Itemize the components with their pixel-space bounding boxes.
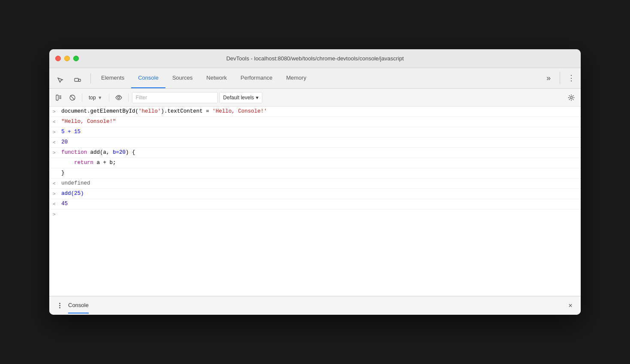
console-line-content: 45 [61,200,581,208]
console-input[interactable] [61,212,581,218]
bottom-drawer: Console × [49,296,581,315]
multiline-arrow [53,169,61,177]
console-line-content: "Hello, Console!" [61,118,581,125]
console-settings-button[interactable] [565,92,577,104]
console-line: > 5 + 15 [49,127,581,137]
live-expressions-button[interactable] [113,92,125,104]
tabs-row: Elements Console Sources Network Perform… [49,68,581,89]
traffic-lights [55,56,79,61]
console-input-line[interactable]: > [49,209,581,219]
svg-line-7 [70,95,75,100]
tab-memory[interactable]: Memory [279,68,313,88]
console-line-content: return a + b; [61,159,581,167]
console-line-content: undefined [61,179,581,187]
console-line-content: 5 + 15 [61,128,581,136]
title-bar: DevTools - localhost:8080/web/tools/chro… [49,49,581,68]
input-arrow: > [53,107,61,116]
input-arrow: > [53,190,61,198]
close-button[interactable] [55,56,61,61]
tab-performance[interactable]: Performance [234,68,279,88]
drawer-close-button[interactable]: × [565,301,576,311]
tab-sources[interactable]: Sources [165,68,200,88]
multiline-arrow: > [53,149,61,157]
tab-network[interactable]: Network [200,68,234,88]
console-line-content: 20 [61,138,581,146]
svg-rect-0 [75,78,78,81]
clear-console-button[interactable] [53,92,65,104]
console-multiline: return a + b; [49,158,581,168]
tab-console[interactable]: Console [131,68,165,88]
svg-point-8 [117,96,120,98]
drawer-menu-button[interactable] [54,301,65,311]
console-multiline: > function add(a, b=20) { [49,148,581,158]
console-line: > add(25) [49,189,581,199]
device-toggle-icon[interactable] [70,73,85,88]
log-levels-button[interactable]: Default levels ▾ [219,92,262,103]
drawer-console-label[interactable]: Console [68,302,89,313]
maximize-button[interactable] [73,56,79,61]
console-output-line: < undefined [49,179,581,189]
output-arrow: < [53,138,61,146]
console-line: > document.getElementById('hello').textC… [49,107,581,117]
input-arrow: > [53,128,61,136]
svg-point-9 [570,96,573,98]
toolbar-separator-2 [109,93,109,102]
tab-elements[interactable]: Elements [94,68,131,88]
tab-vertical-separator [560,72,560,84]
devtools-window: DevTools - localhost:8080/web/tools/chro… [49,49,581,315]
more-tabs-button[interactable]: » [543,72,555,84]
svg-rect-2 [56,95,58,100]
inspect-element-icon[interactable] [53,73,68,88]
prompt-arrow: > [53,210,61,218]
console-line-content: document.getElementById('hello').textCon… [61,107,581,115]
console-output-line: < 45 [49,199,581,209]
console-line-content: function add(a, b=20) { [61,149,581,156]
console-line-content: } [61,169,581,177]
console-line-content: add(25) [61,190,581,197]
output-arrow: < [53,118,61,126]
toolbar-separator-3 [128,93,129,102]
window-title: DevTools - localhost:8080/web/tools/chro… [226,55,404,62]
svg-rect-1 [78,79,81,81]
console-output[interactable]: > document.getElementById('hello').textC… [49,107,581,296]
console-toolbar: top ▼ Default levels ▾ [49,89,581,107]
multiline-arrow [53,159,61,167]
output-arrow: < [53,200,61,208]
output-arrow: < [53,179,61,188]
context-selector[interactable]: top ▼ [86,92,105,104]
console-multiline: } [49,168,581,179]
tab-separator [90,73,91,84]
console-output-line: < "Hello, Console!" [49,117,581,127]
block-network-icon[interactable] [66,92,78,104]
minimize-button[interactable] [64,56,70,61]
tabs-right-controls: » ⋮ [543,68,577,88]
filter-input[interactable] [132,92,218,103]
devtools-menu-button[interactable]: ⋮ [565,72,577,84]
console-output-line: < 20 [49,137,581,148]
toolbar-separator-1 [82,93,82,102]
